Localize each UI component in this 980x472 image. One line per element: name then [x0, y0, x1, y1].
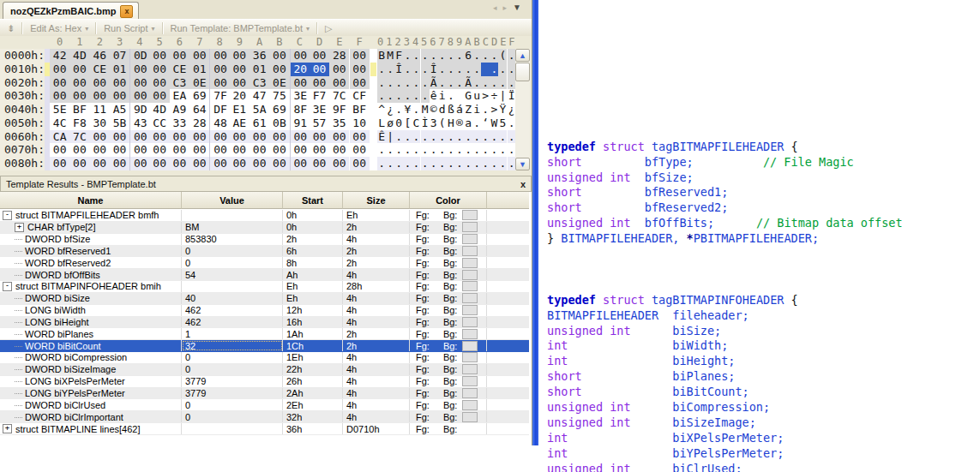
ascii-char[interactable]: .	[430, 143, 438, 157]
hex-byte[interactable]: 00	[209, 49, 230, 63]
table-row[interactable]: LONG biXPelsPerMeter377926h4hFg:Bg:	[0, 376, 529, 388]
ascii-char[interactable]: .	[412, 89, 420, 103]
hex-byte[interactable]: 3E	[310, 103, 329, 117]
ascii-char[interactable]: L	[377, 117, 386, 130]
column-header-color[interactable]: Color	[410, 192, 487, 209]
ascii-char[interactable]: .	[472, 117, 481, 130]
ascii-char[interactable]: [	[403, 117, 412, 130]
run-template-button[interactable]: Run Template: BMPTemplate.bt ▾	[164, 20, 317, 37]
hex-byte[interactable]: 0D	[129, 49, 150, 63]
ascii-char[interactable]: .	[447, 130, 455, 144]
hex-byte[interactable]: 7C	[69, 130, 89, 144]
ascii-char[interactable]: 3	[430, 117, 438, 130]
hex-byte[interactable]: 91	[290, 117, 310, 130]
hex-byte[interactable]: 0E	[269, 76, 289, 90]
hex-byte[interactable]: 00	[310, 76, 329, 90]
ascii-char[interactable]: .	[421, 76, 430, 90]
column-header-name[interactable]: Name	[0, 192, 182, 209]
ascii-char[interactable]: .	[498, 157, 507, 170]
ascii-char[interactable]: .	[472, 63, 481, 76]
hex-byte[interactable]: 07	[110, 49, 129, 63]
ascii-char[interactable]: .	[455, 157, 464, 170]
ascii-char[interactable]: .	[481, 103, 490, 117]
ascii-char[interactable]: ©	[430, 103, 438, 117]
hex-byte[interactable]: F8	[69, 117, 89, 130]
ascii-char[interactable]: .	[438, 143, 447, 157]
hex-byte[interactable]: 69	[189, 89, 209, 103]
column-header-start[interactable]: Start	[283, 192, 343, 209]
ascii-char[interactable]: .	[386, 63, 394, 76]
hex-byte[interactable]: 00	[150, 157, 170, 170]
ascii-char[interactable]: .	[403, 63, 412, 76]
ascii-char[interactable]: .	[447, 143, 455, 157]
hex-byte[interactable]: 0E	[189, 76, 209, 90]
hex-byte[interactable]: 8F	[290, 103, 310, 117]
file-tab[interactable]: nozQEZkPzmBAIC.bmp x	[3, 2, 139, 20]
expand-icon[interactable]: +	[3, 424, 12, 433]
hex-byte[interactable]: 00	[230, 157, 250, 170]
hex-byte[interactable]: 30	[90, 117, 110, 130]
hex-byte[interactable]: 00	[170, 49, 189, 63]
hex-byte[interactable]: 43	[129, 117, 150, 130]
ascii-char[interactable]: .	[377, 63, 386, 76]
hex-byte[interactable]: 00	[269, 63, 289, 76]
ascii-char[interactable]: .	[386, 76, 394, 90]
ascii-char[interactable]: .	[438, 76, 447, 90]
hex-byte[interactable]: 0B	[269, 117, 289, 130]
hex-byte[interactable]: BF	[69, 103, 89, 117]
ascii-char[interactable]: .	[403, 157, 412, 170]
ascii-char[interactable]: d	[438, 103, 447, 117]
scroll-up-button[interactable]: ▲	[515, 49, 530, 62]
ascii-char[interactable]: .	[481, 157, 490, 170]
ascii-char[interactable]: (	[438, 117, 447, 130]
ascii-char[interactable]: .	[447, 49, 455, 63]
ascii-char[interactable]: .	[481, 130, 490, 144]
hex-byte[interactable]: 5B	[110, 117, 129, 130]
ascii-char[interactable]: .	[438, 63, 447, 76]
ascii-char[interactable]: |	[498, 89, 507, 103]
hex-byte[interactable]: 64	[189, 103, 209, 117]
hex-byte[interactable]: CE	[90, 63, 110, 76]
ascii-char[interactable]: .	[455, 76, 464, 90]
ascii-char[interactable]	[481, 63, 490, 76]
hex-byte[interactable]: 4C	[50, 117, 69, 130]
ascii-char[interactable]: C	[412, 117, 420, 130]
hex-byte[interactable]: 33	[170, 117, 189, 130]
hex-byte[interactable]: 46	[90, 49, 110, 63]
hex-byte[interactable]: 00	[189, 130, 209, 144]
hex-byte[interactable]: F7	[310, 89, 329, 103]
hex-byte[interactable]: 00	[230, 130, 250, 144]
ascii-char[interactable]: .	[447, 89, 455, 103]
hex-byte[interactable]: 00	[110, 89, 129, 103]
hex-byte[interactable]: 01	[110, 63, 129, 76]
close-icon[interactable]: x	[520, 179, 526, 189]
hex-byte[interactable]: 7F	[209, 89, 230, 103]
ascii-char[interactable]: Ê	[377, 130, 386, 144]
table-row[interactable]: DWORD biSize40Eh4hFg:Bg:	[0, 293, 529, 305]
table-row[interactable]: +CHAR bfType[2]BM0h2hFg:Bg:	[0, 222, 529, 234]
bg-color-swatch[interactable]	[462, 329, 478, 339]
hex-byte[interactable]: 00	[350, 130, 370, 144]
toolbar-pin-button[interactable]: ⇟	[0, 20, 21, 37]
hex-byte[interactable]: 00	[209, 157, 230, 170]
hex-byte[interactable]: 00	[269, 143, 289, 157]
bg-color-swatch[interactable]	[462, 400, 478, 410]
hex-byte[interactable]: 00	[269, 157, 289, 170]
hex-view[interactable]: 0000h:424D46070D0000000000360000002800BM…	[0, 49, 515, 170]
hex-byte[interactable]: 00	[209, 76, 230, 90]
hex-byte[interactable]: 00	[209, 63, 230, 76]
ascii-char[interactable]: >	[481, 89, 490, 103]
bg-color-swatch[interactable]	[462, 388, 478, 398]
hex-byte[interactable]: 5A	[250, 103, 269, 117]
bg-color-swatch[interactable]	[462, 341, 478, 351]
table-row[interactable]: WORD bfReserved106h2hFg:Bg:	[0, 246, 529, 258]
ascii-char[interactable]: .	[412, 76, 420, 90]
table-row[interactable]: WORD biBitCount321Ch2hFg:Bg:	[0, 340, 529, 352]
hex-byte[interactable]: 00	[110, 157, 129, 170]
table-row[interactable]: WORD biPlanes11Ah2hFg:Bg:	[0, 328, 529, 340]
hex-byte[interactable]: 00	[129, 130, 150, 144]
ascii-char[interactable]: u	[472, 89, 481, 103]
ascii-char[interactable]: Î	[394, 63, 403, 76]
hex-byte[interactable]: 36	[250, 49, 269, 63]
ascii-char[interactable]: 0	[394, 117, 403, 130]
